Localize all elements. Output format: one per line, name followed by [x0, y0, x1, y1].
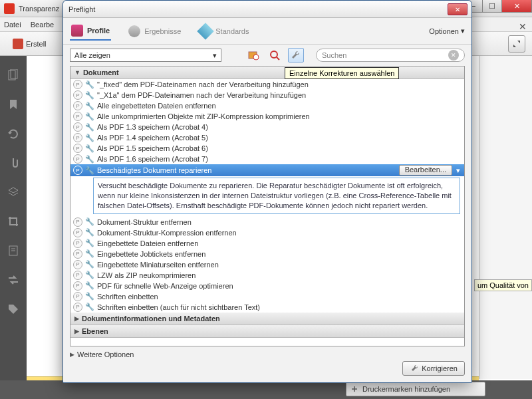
dialog-close-button[interactable]: ✕ [448, 3, 467, 15]
list-item-selected[interactable]: P 🔧 Beschädigtes Dokument reparieren Bea… [70, 164, 464, 176]
wrench-icon: 🔧 [85, 166, 94, 175]
options-label: Optionen [429, 27, 459, 35]
printer-marks-label: Druckermarken hinzufügen [362, 385, 450, 393]
search-input[interactable]: Suchen ✕ [316, 49, 465, 62]
profile-badge-icon: P [73, 239, 82, 248]
wrench-icon: 🔧 [85, 239, 94, 248]
group-docinfo[interactable]: ▶ Dokumentinformationen und Metadaten [70, 313, 464, 325]
profile-badge-icon: P [73, 217, 82, 227]
tab-standards[interactable]: Standards [198, 23, 250, 40]
list-item-label: Dokument-Struktur-Kompression entfernen [97, 229, 237, 237]
attachment-icon[interactable] [7, 157, 19, 169]
more-options-label: Weitere Optionen [77, 350, 134, 358]
wrench-icon: 🔧 [85, 260, 94, 269]
list-item[interactable]: P🔧Als PDF 1.5 speichern (Acrobat 6) [70, 143, 464, 154]
list-item[interactable]: P🔧Dokument-Struktur-Kompression entferne… [70, 227, 464, 238]
svg-point-7 [271, 51, 277, 58]
triangle-right-icon: ▶ [70, 351, 74, 358]
view-checks-button[interactable] [267, 48, 283, 63]
undo-icon[interactable] [7, 128, 19, 140]
list-item[interactable]: P🔧Eingebettete Miniaturseiten entfernen [70, 259, 464, 270]
expand-button[interactable] [508, 35, 525, 53]
panel-close-icon[interactable]: ✕ [519, 21, 527, 32]
show-filter-dropdown[interactable]: Alle zeigen ▾ [70, 49, 221, 62]
wrench-icon: 🔧 [85, 144, 94, 153]
fixups-view-icon [290, 49, 302, 61]
fix-button[interactable]: Korrigieren [402, 361, 465, 376]
item-menu-arrow-icon[interactable]: ▾ [456, 166, 460, 175]
tag-icon[interactable] [7, 303, 19, 315]
transfer-icon[interactable] [7, 274, 19, 286]
profile-icon [71, 25, 83, 37]
triangle-right-icon: ▶ [74, 315, 79, 322]
fixup-list[interactable]: ▼ Dokument P🔧"_fixed" dem PDF-Dateinamen… [70, 66, 465, 346]
list-item-label: Schriften einbetten [97, 293, 158, 301]
profile-badge-icon: P [73, 122, 82, 132]
list-item-label: Als PDF 1.4 speichern (Acrobat 5) [97, 134, 208, 142]
list-item-label: Alle unkomprimierten Objekte mit ZIP-Kom… [97, 112, 310, 120]
list-item[interactable]: P🔧LZW als ZIP neukomprimieren [70, 270, 464, 281]
triangle-down-icon: ▼ [74, 69, 80, 76]
options-menu[interactable]: Optionen ▾ [429, 27, 465, 35]
list-item[interactable]: P🔧"_fixed" dem PDF-Dateinamen nach der V… [70, 79, 464, 90]
list-item-label: Als PDF 1.3 speichern (Acrobat 4) [97, 123, 208, 131]
list-item[interactable]: P🔧Eingebettete Jobtickets entfernen [70, 249, 464, 259]
profile-badge-icon: P [73, 271, 82, 280]
layers-icon[interactable] [7, 186, 19, 198]
tab-standards-label: Standards [215, 27, 249, 35]
list-item[interactable]: P🔧Alle eingebetteten Dateien entfernen [70, 100, 464, 111]
show-filter-value: Alle zeigen [74, 51, 110, 59]
wrench-icon: 🔧 [85, 271, 94, 280]
list-item[interactable]: P🔧Als PDF 1.3 speichern (Acrobat 4) [70, 122, 464, 132]
profile-badge-icon: P [73, 281, 82, 291]
view-fixups-button[interactable] [288, 48, 304, 63]
wrench-icon: 🔧 [85, 90, 94, 100]
app-icon [4, 3, 15, 14]
plus-icon [350, 385, 358, 393]
crop-icon[interactable] [7, 215, 19, 227]
list-item[interactable]: P🔧"_X1a" dem PDF-Dateinamen nach der Ver… [70, 90, 464, 100]
group-document[interactable]: ▼ Dokument [70, 66, 464, 79]
maximize-button[interactable]: ☐ [482, 0, 502, 13]
pages-icon[interactable] [7, 69, 19, 81]
list-item-label: Dokument-Struktur entfernen [97, 218, 192, 226]
wrench-icon: 🔧 [85, 217, 94, 227]
tab-profile[interactable]: Profile [70, 22, 111, 41]
list-item-label: Als PDF 1.6 speichern (Acrobat 7) [97, 155, 208, 163]
tab-results[interactable]: Ergebnisse [127, 23, 182, 40]
bookmark-icon[interactable] [7, 98, 19, 110]
wrench-icon: 🔧 [85, 133, 94, 142]
more-options-toggle[interactable]: ▶ Weitere Optionen [70, 350, 465, 358]
printer-marks-button[interactable]: Druckermarken hinzufügen [346, 382, 485, 396]
group-docinfo-label: Dokumentinformationen und Metadaten [82, 315, 220, 323]
close-button[interactable]: ✕ [501, 0, 532, 13]
wrench-icon: 🔧 [85, 249, 94, 259]
pdf-icon [13, 39, 23, 49]
profile-badge-icon: P [73, 133, 82, 142]
menu-file[interactable]: Datei [4, 21, 21, 29]
left-nav-strip [0, 56, 27, 399]
group-layers[interactable]: ▶ Ebenen [70, 325, 464, 338]
create-button[interactable]: Erstell [7, 35, 53, 53]
list-item[interactable]: P🔧Als PDF 1.4 speichern (Acrobat 5) [70, 132, 464, 143]
wrench-icon: 🔧 [85, 228, 94, 237]
list-item[interactable]: P🔧Schriften einbetten [70, 291, 464, 302]
menu-edit[interactable]: Bearbe [31, 21, 54, 29]
document-icon[interactable] [7, 245, 19, 257]
dialog-title: Preflight [68, 5, 95, 13]
dialog-titlebar[interactable]: Preflight [63, 1, 471, 18]
list-item[interactable]: P🔧Schriften einbetten (auch für nicht si… [70, 302, 464, 313]
edit-button[interactable]: Bearbeiten... [399, 165, 452, 176]
list-item[interactable]: P🔧Eingebettete Dateien entfernen [70, 238, 464, 249]
list-item[interactable]: P🔧Als PDF 1.6 speichern (Acrobat 7) [70, 154, 464, 164]
list-item[interactable]: P🔧Alle unkomprimierten Objekte mit ZIP-K… [70, 111, 464, 122]
results-icon [128, 25, 140, 37]
profile-badge-icon: P [73, 112, 82, 121]
list-item[interactable]: P🔧PDF für schnelle Web-Anzeige optimiere… [70, 281, 464, 291]
search-clear-button[interactable]: ✕ [448, 50, 459, 61]
dropdown-arrow-icon: ▾ [461, 27, 465, 35]
view-profiles-button[interactable] [245, 48, 261, 63]
list-item[interactable]: P🔧Dokument-Struktur entfernen [70, 217, 464, 227]
profile-badge-icon: P [73, 249, 82, 259]
profile-badge-icon: P [73, 260, 82, 269]
